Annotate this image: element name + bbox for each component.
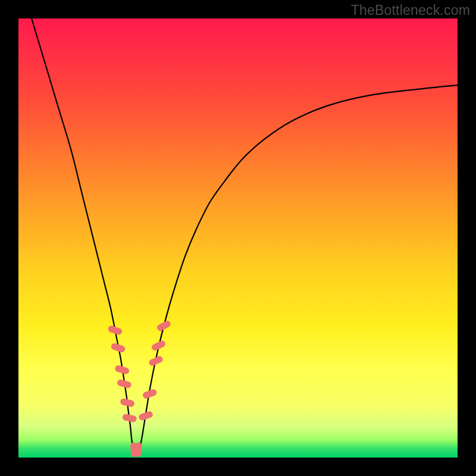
watermark-text: TheBottleneck.com <box>351 2 470 18</box>
data-marker <box>107 325 123 336</box>
curve-layer <box>18 18 458 458</box>
curve-right-branch <box>139 85 458 451</box>
chart-frame: TheBottleneck.com <box>0 0 476 476</box>
curve-left-branch <box>32 18 133 451</box>
data-marker <box>122 414 137 422</box>
data-marker <box>156 320 171 332</box>
data-marker <box>120 398 135 408</box>
plot-area <box>18 18 458 458</box>
